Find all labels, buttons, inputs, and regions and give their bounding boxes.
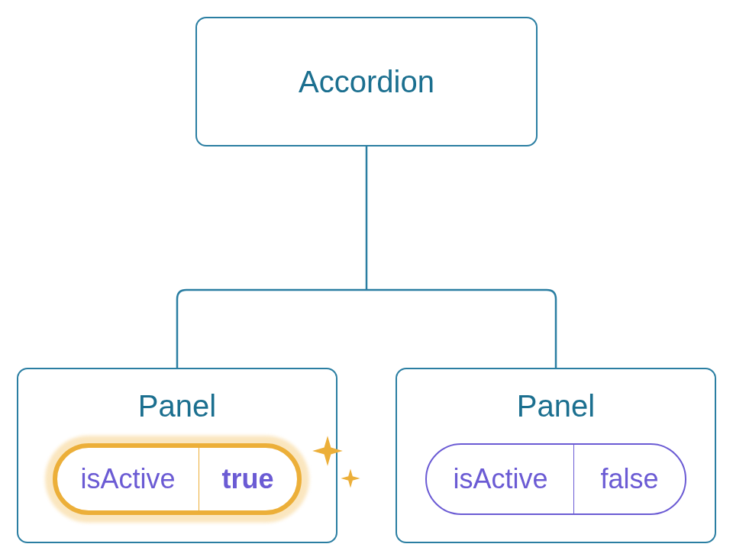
badge-key: isActive xyxy=(427,445,574,513)
sparkle-icon xyxy=(311,434,344,468)
sparkle-icon xyxy=(340,468,361,489)
panel-node-left: Panel isActive true xyxy=(17,368,337,543)
badge-value: true xyxy=(199,448,297,510)
accordion-label: Accordion xyxy=(299,65,434,99)
state-badge-active: isActive true xyxy=(53,443,301,515)
badge-wrap-inactive: isActive false xyxy=(425,443,686,515)
badge-wrap-active: isActive true xyxy=(53,443,301,515)
panel-label: Panel xyxy=(138,389,216,423)
state-badge-inactive: isActive false xyxy=(425,443,686,515)
accordion-node: Accordion xyxy=(195,17,538,146)
badge-key: isActive xyxy=(57,448,199,510)
badge-value: false xyxy=(574,445,684,513)
panel-label: Panel xyxy=(517,389,595,423)
panel-node-right: Panel isActive false xyxy=(396,368,716,543)
